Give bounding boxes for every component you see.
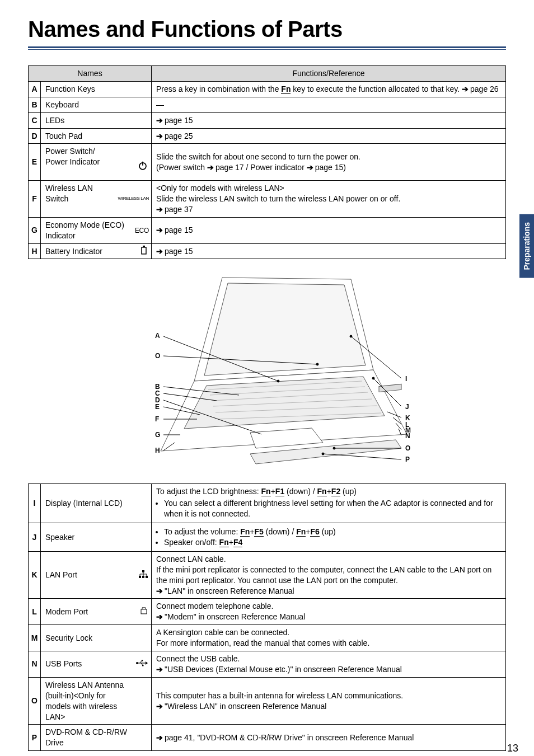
table-row: G Economy Mode (ECO) Indicator ECO page … [29,217,506,243]
row-name: Keyboard [41,97,152,112]
row-function: Connect LAN cable. If the mini port repl… [152,551,506,599]
row-function: Connect modem telephone cable. "Modem" i… [152,599,506,625]
table-row: A Function Keys Press a key in combinati… [29,81,506,97]
lan-icon [139,570,148,580]
row-index: M [29,625,41,651]
page-ref-arrow [156,132,165,140]
svg-point-29 [350,335,352,337]
row-function: To adjust the LCD brightness: Fn+F1 (dow… [152,484,506,523]
table-row: B Keyboard — [29,97,506,112]
bullet: You can select a different brightness le… [164,498,501,519]
svg-point-37 [333,447,335,449]
row-name: DVD-ROM & CD-R/RW Drive [41,725,152,751]
table-row: I Display (Internal LCD) To adjust the L… [29,484,506,523]
text: key to execute the function allocated to… [291,84,462,93]
page-ref: page 15 [165,226,193,234]
fn-key: Fn [317,487,327,496]
table-row: H Battery Indicator page 15 [29,243,506,259]
row-name: USB Ports [41,651,152,678]
laptop-illustration [110,269,424,473]
page-ref-arrow [156,612,165,621]
table-row: M Security Lock A Kensington cable can b… [29,625,506,651]
svg-point-39 [322,453,324,455]
fn-key: Fn [281,84,291,94]
row-index: C [29,112,41,128]
eco-label: ECO [135,226,149,235]
svg-rect-56 [142,665,144,666]
diagram-letter: G [155,431,160,439]
row-name: Wireless LAN Switch WIRELESS LAN [41,181,152,218]
diagram-letter: E [155,403,160,411]
diagram-letter: O [155,352,160,360]
row-name: Power Switch/ Power Indicator [41,144,152,181]
table-row: F Wireless LAN Switch WIRELESS LAN <Only… [29,181,506,218]
svg-rect-3 [143,246,145,247]
page-ref-arrow [462,84,470,93]
text: A Kensington cable can be connected. [156,628,289,637]
fn-key: Fn [219,538,229,547]
row-index: B [29,97,41,112]
text: Wireless LAN Switch [45,184,93,203]
text: To adjust the volume: [164,527,240,536]
laptop-diagram: A O B C D E F G H I J K L M N O P [110,269,424,473]
page-container: Names and Functions of Parts Names Funct… [0,0,534,756]
page-ref: page 25 [165,132,193,140]
bullet: Speaker on/off: Fn+F4 [164,537,501,548]
page-ref: page 37 [165,205,193,214]
page-ref-arrow [156,702,165,711]
page-ref: page 26 [470,84,499,93]
row-function: page 25 [152,128,506,144]
power-icon [138,152,148,173]
text: This computer has a built-in antenna for… [156,691,403,700]
page-ref-arrow [156,205,165,214]
page-ref-arrow [156,665,165,674]
svg-rect-42 [142,576,144,578]
header-names: Names [29,66,152,82]
row-index: H [29,243,41,259]
svg-marker-52 [146,661,148,665]
page-ref: "Modem" in onscreen Reference Manual [165,612,305,621]
text: To adjust the LCD brightness: [156,487,261,496]
row-function: page 15 [152,217,506,243]
diagram-letter: O [405,444,410,452]
svg-rect-2 [142,247,146,254]
fn-key: Fn [261,487,271,496]
table-row: N USB Ports Connect the USB cable. "USB … [29,651,506,678]
page-number: 13 [507,743,518,754]
diagram-letter: P [405,456,410,463]
text: Slide the wireless LAN switch to turn th… [156,194,400,203]
row-function: page 15 [152,112,506,128]
diagram-letter: F [155,415,159,423]
text: Modem Port [45,607,88,616]
page-ref-arrow [307,163,315,172]
diagram-letter: I [405,375,407,383]
row-function: — [152,97,506,112]
text: / Power indicator [244,163,307,172]
row-index: J [29,523,41,552]
row-function: This computer has a built-in antenna for… [152,677,506,725]
page-ref-arrow [156,733,165,742]
row-index: F [29,181,41,218]
fn-key: F5 [254,527,263,537]
text: ) [343,163,346,172]
page-ref: "LAN" in onscreen Reference Manual [165,586,294,595]
row-name: Touch Pad [41,128,152,144]
text: (Power switch [156,163,207,172]
text: Power Switch/ Power Indicator [45,147,100,166]
section-tab: Preparations [519,214,534,278]
row-name: LEDs [41,112,152,128]
row-function: <Only for models with wireless LAN> Slid… [152,181,506,218]
svg-point-31 [372,377,374,379]
text: If the mini port replicator is connected… [156,565,491,585]
page-ref-arrow [156,247,165,256]
row-index: A [29,81,41,97]
svg-point-18 [277,380,279,382]
text: Connect the USB cable. [156,654,240,663]
diagram-letter: N [405,432,410,440]
svg-line-38 [323,454,401,459]
fn-key: F4 [233,538,242,547]
svg-rect-43 [146,576,148,578]
svg-point-20 [316,363,318,365]
text: LAN Port [45,570,77,579]
battery-icon [140,245,148,257]
